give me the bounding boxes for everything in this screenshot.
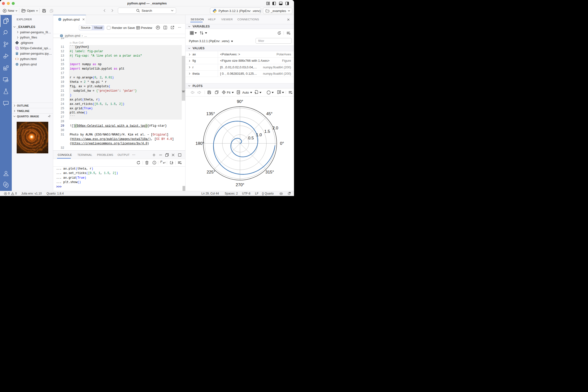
svg-text:45°: 45°	[266, 112, 273, 116]
svg-text:0°: 0°	[280, 141, 284, 146]
svg-text:135°: 135°	[206, 112, 215, 116]
svg-text:2.0: 2.0	[272, 126, 278, 130]
svg-text:225°: 225°	[206, 170, 215, 174]
svg-text:270°: 270°	[236, 182, 244, 187]
svg-text:90°: 90°	[237, 99, 243, 104]
svg-text:0.5: 0.5	[248, 136, 254, 140]
svg-text:180°: 180°	[196, 141, 204, 146]
svg-text:315°: 315°	[265, 170, 274, 174]
svg-text:1.0: 1.0	[256, 132, 262, 137]
svg-text:1.5: 1.5	[264, 129, 270, 134]
